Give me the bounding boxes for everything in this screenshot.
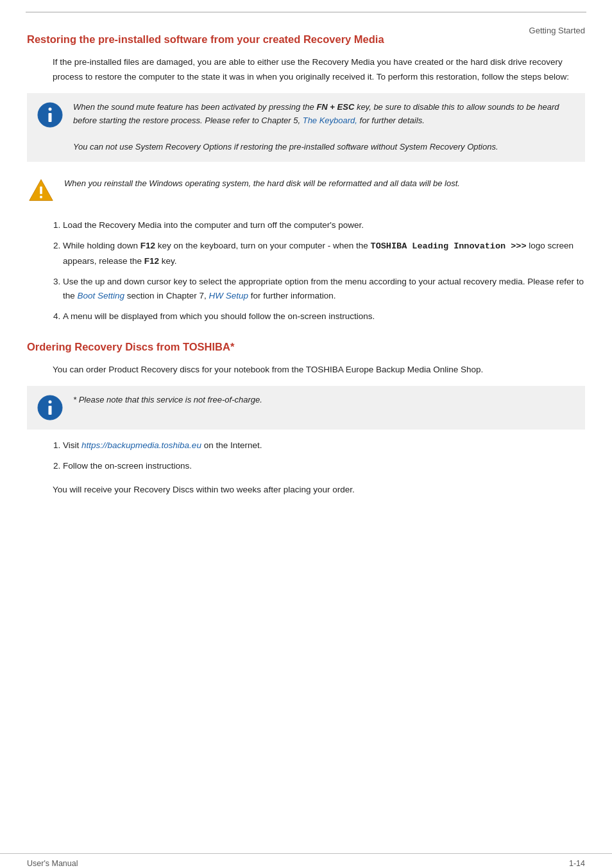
getting-started-label: Getting Started	[529, 26, 585, 35]
boot-setting-link[interactable]: Boot Setting	[78, 291, 125, 300]
info-note-content-1: When the sound mute feature has been act…	[73, 101, 576, 154]
warning-icon-1	[27, 177, 55, 203]
info-icon-1	[36, 101, 64, 129]
restore-step-2: While holding down F12 key on the keyboa…	[63, 239, 585, 268]
restore-steps-list: Load the Recovery Media into the compute…	[63, 218, 585, 324]
svg-rect-4	[40, 187, 42, 195]
ordering-steps-list: Visit https://backupmedia.toshiba.eu on …	[63, 438, 585, 474]
restore-step-1: Load the Recovery Media into the compute…	[63, 218, 585, 232]
hw-setup-link[interactable]: HW Setup	[208, 291, 248, 300]
restore-step-3: Use the up and down cursor key to select…	[63, 275, 585, 304]
info-note-box-1: When the sound mute feature has been act…	[27, 93, 585, 162]
svg-rect-2	[49, 113, 52, 122]
toshiba-backup-link[interactable]: https://backupmedia.toshiba.eu	[81, 440, 201, 450]
ordering-section: Ordering Recovery Discs from TOSHIBA* Yo…	[27, 340, 585, 497]
ordering-section-heading: Ordering Recovery Discs from TOSHIBA*	[27, 340, 585, 354]
warning-content-1: When you reinstall the Windows operating…	[64, 177, 585, 191]
restore-step-4: A menu will be displayed from which you …	[63, 309, 585, 324]
restore-body-text: If the pre-installed files are damaged, …	[53, 55, 585, 84]
content-area: Restoring the pre-installed software fro…	[0, 13, 612, 532]
footer-right: 1-14	[569, 859, 585, 868]
ordering-body-text: You can order Product Recovery discs for…	[53, 363, 585, 377]
restore-section: Restoring the pre-installed software fro…	[27, 32, 585, 324]
svg-point-1	[49, 107, 52, 110]
footer-left: User's Manual	[27, 859, 78, 868]
info-note-content-2: * Please note that this service is not f…	[73, 394, 576, 407]
page-footer: User's Manual 1-14	[0, 853, 612, 868]
info-note-box-2: * Please note that this service is not f…	[27, 386, 585, 430]
page-container: Getting Started Restoring the pre-instal…	[0, 12, 612, 868]
svg-point-7	[49, 401, 52, 404]
svg-rect-5	[40, 196, 42, 198]
ordering-step-2: Follow the on-screen instructions.	[63, 459, 585, 473]
svg-rect-8	[49, 406, 52, 415]
ordering-step-1: Visit https://backupmedia.toshiba.eu on …	[63, 438, 585, 453]
restore-section-heading: Restoring the pre-installed software fro…	[27, 32, 585, 46]
keyboard-link[interactable]: The Keyboard,	[303, 116, 357, 125]
warning-box-1: When you reinstall the Windows operating…	[27, 171, 585, 209]
info-icon-2	[36, 394, 64, 422]
ordering-closing-text: You will receive your Recovery Discs wit…	[53, 483, 585, 497]
